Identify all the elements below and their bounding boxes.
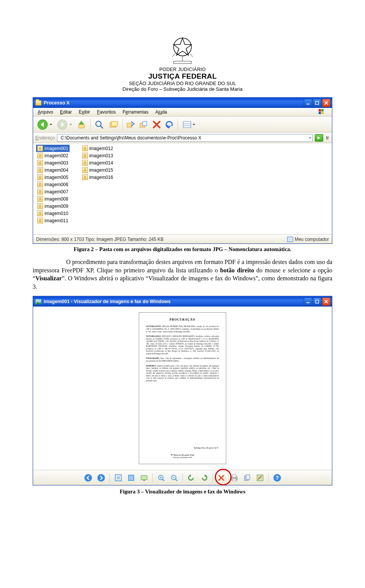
file-name-label: imagem015 [89, 168, 113, 173]
doc-title: PROCURAÇÃO [146, 318, 219, 321]
file-item[interactable]: imagem006 [36, 181, 70, 188]
image-viewer-window: imagem001 - Visualizador de imagens e fa… [33, 296, 332, 485]
image-file-icon [37, 153, 43, 158]
svg-point-25 [97, 474, 105, 482]
menu-ajuda[interactable]: Ajuda [152, 108, 170, 116]
forward-button[interactable] [55, 118, 73, 131]
image-file-icon [82, 167, 88, 173]
delete-button[interactable] [151, 118, 162, 131]
image-file-icon [82, 153, 88, 158]
minimize-button[interactable] [304, 297, 312, 306]
menu-favoritos[interactable]: Favoritos [94, 108, 119, 116]
folders-button[interactable] [107, 118, 120, 131]
doc-signature: Restinga Sêca, 09 agosto de 07. ✦ Heloia… [146, 447, 219, 458]
menu-arquivo[interactable]: Arquivo [35, 108, 56, 116]
svg-rect-6 [316, 101, 319, 104]
file-name-label: imagem006 [44, 182, 68, 187]
maximize-button[interactable] [313, 297, 321, 306]
up-button[interactable] [75, 118, 88, 131]
move-to-button[interactable] [125, 118, 136, 131]
rotate-cw-button[interactable] [200, 473, 209, 482]
close-button[interactable] [322, 297, 330, 306]
back-button[interactable] [35, 118, 54, 131]
address-path: C:\Documents and Settings\jfrs\Meus docu… [60, 135, 307, 141]
copy-to-button[interactable] [138, 118, 149, 131]
svg-line-2 [172, 54, 175, 57]
menu-ferramentas[interactable]: Ferramentas [119, 108, 151, 116]
file-item[interactable]: imagem009 [36, 202, 70, 210]
go-button[interactable] [315, 134, 323, 142]
best-fit-button[interactable] [114, 473, 123, 482]
file-item[interactable]: imagem005 [36, 174, 70, 181]
undo-button[interactable] [164, 118, 175, 131]
file-name-label: imagem013 [89, 153, 113, 158]
slideshow-button[interactable] [140, 473, 149, 482]
file-item[interactable]: imagem003 [36, 159, 70, 166]
file-name-label: imagem004 [44, 168, 68, 173]
close-button[interactable] [322, 99, 330, 107]
my-computer-icon [287, 237, 293, 242]
svg-rect-27 [117, 476, 120, 479]
viewer-canvas: PROCURAÇÃO OUTORGANTE: HELOIA HOERBE FIN… [33, 307, 332, 470]
svg-line-32 [162, 479, 164, 481]
dropdown-icon[interactable]: ▾ [309, 136, 311, 140]
views-button[interactable] [180, 118, 197, 131]
image-file-icon [37, 210, 43, 216]
file-item[interactable]: imagem013 [81, 152, 114, 159]
go-label: Ir [325, 135, 330, 141]
file-list-pane[interactable]: imagem001imagem002imagem003imagem004imag… [33, 143, 332, 234]
minimize-button[interactable] [304, 99, 312, 107]
file-item[interactable]: imagem004 [36, 166, 70, 174]
brazil-coat-of-arms-icon [167, 33, 198, 65]
svg-line-3 [190, 54, 193, 57]
next-image-button[interactable] [97, 473, 106, 482]
menu-exibir[interactable]: Exibir [76, 108, 93, 116]
status-right: Meu computador [295, 237, 329, 242]
zoom-in-button[interactable] [157, 473, 166, 482]
help-button[interactable]: ? [273, 473, 282, 482]
header-line-1: PODER JUDICIÁRIO [33, 67, 332, 72]
menu-editar[interactable]: Editar [57, 108, 75, 116]
svg-text:?: ? [275, 475, 279, 481]
file-item[interactable]: imagem014 [81, 159, 114, 166]
file-item[interactable]: imagem015 [81, 166, 114, 174]
file-item[interactable]: imagem012 [81, 145, 114, 152]
zoom-out-button[interactable] [170, 473, 179, 482]
folder-icon [35, 100, 41, 106]
file-item[interactable]: imagem008 [36, 195, 70, 202]
prev-image-button[interactable] [84, 473, 93, 482]
highlight-circle-icon [215, 469, 232, 485]
file-name-label: imagem016 [89, 175, 113, 180]
image-file-icon [82, 145, 88, 151]
explorer-titlebar[interactable]: Processo X [33, 98, 332, 108]
file-name-label: imagem001 [44, 146, 68, 151]
viewer-titlebar[interactable]: imagem001 - Visualizador de imagens e fa… [33, 296, 332, 307]
file-item[interactable]: imagem016 [81, 174, 114, 181]
file-item[interactable]: imagem002 [36, 152, 70, 159]
copy-button[interactable] [243, 473, 252, 482]
file-item[interactable]: imagem010 [36, 210, 70, 217]
file-name-label: imagem002 [44, 153, 68, 158]
document-preview: PROCURAÇÃO OUTORGANTE: HELOIA HOERBE FIN… [139, 312, 226, 464]
viewer-toolbar: ? [33, 470, 332, 485]
image-file-icon [37, 182, 43, 187]
image-file-icon [37, 189, 43, 194]
address-input[interactable]: C:\Documents and Settings\jfrs\Meus docu… [57, 134, 312, 142]
file-item[interactable]: imagem011 [36, 217, 70, 224]
svg-rect-17 [183, 122, 191, 128]
rotate-ccw-button[interactable] [187, 473, 196, 482]
windows-flag-icon [318, 109, 329, 115]
actual-size-button[interactable] [127, 473, 136, 482]
main-paragraph: O procedimento para transformação destes… [33, 258, 332, 291]
edit-button[interactable] [256, 473, 265, 482]
search-button[interactable] [93, 118, 106, 131]
file-item[interactable]: imagem007 [36, 188, 70, 195]
header-line-2: JUSTIÇA FEDERAL [33, 72, 332, 81]
maximize-button[interactable] [313, 99, 321, 107]
image-file-icon [37, 145, 43, 151]
svg-rect-13 [111, 122, 117, 126]
file-item[interactable]: imagem001 [36, 145, 70, 152]
status-bar: Dimensões: 800 x 1703 Tipo: Imagem JPEG … [33, 234, 332, 243]
file-name-label: imagem012 [89, 146, 113, 151]
file-name-label: imagem009 [44, 204, 68, 209]
